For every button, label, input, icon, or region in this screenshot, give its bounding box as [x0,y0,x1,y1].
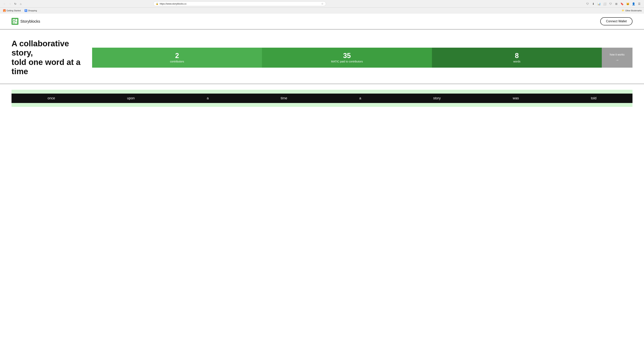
svg-rect-3 [13,22,14,24]
story-word: a [203,96,212,100]
hero-section: A collaborative story, told one word at … [0,29,644,84]
story-word: upon [123,96,138,100]
nav-buttons: ← → ↻ ⌂ [2,2,23,6]
site-logo: Storyblocks [12,18,40,25]
address-bar[interactable]: 🔒 https://www.storyblocks.cc ☆ [153,1,326,6]
security-lock-icon: 🔒 [156,3,158,5]
website-content: Storyblocks Connect Wallet A collaborati… [0,14,644,352]
arrow-right-icon: → [615,58,619,62]
story-section: onceuponatimeastorywastold [0,84,644,113]
shield-icon[interactable]: 🛡 [585,2,590,6]
bookmark-getting-started[interactable]: 🔥 Getting Started [2,9,22,12]
connect-wallet-button[interactable]: Connect Wallet [600,17,632,25]
story-word: a [356,96,365,100]
protection-icon[interactable]: 🛡 [608,2,613,6]
browser-chrome: ← → ↻ ⌂ 🔒 https://www.storyblocks.cc ☆ 🛡… [0,0,644,8]
bookmarks-bar: 🔥 Getting Started G Shopping 📁 Other Boo… [0,8,644,14]
shopping-favicon: G [24,9,27,12]
stat-words: 8 words [432,48,602,68]
other-bookmarks-label: Other Bookmarks [625,10,642,12]
grid-icon[interactable]: ⊞ [614,2,619,6]
account-icon[interactable]: 👤 [631,2,636,6]
download-icon[interactable]: ⬇ [591,2,596,6]
stat-matic: 35 MATIC paid to contributors [262,48,432,68]
browser-toolbar-right: 🛡 ⬇ 📊 ⬜ 🛡 ⊞ 🔖 🐱 👤 ☰ [585,2,642,6]
getting-started-label: Getting Started [6,10,21,12]
matic-label: MATIC paid to contributors [331,60,363,63]
home-button[interactable]: ⌂ [18,2,23,6]
reload-button[interactable]: ↻ [13,2,18,6]
hero-text: A collaborative story, told one word at … [12,39,84,76]
bookmark-star-icon: ☆ [321,2,324,5]
stat-contributors: 2 contributors [92,48,262,68]
url-text: https://www.storyblocks.cc [160,3,320,5]
menu-icon[interactable]: ☰ [637,2,642,6]
logo-name: Storyblocks [20,19,40,24]
words-number: 8 [515,52,519,59]
words-label: words [513,60,520,63]
stats-row: 2 contributors 35 MATIC paid to contribu… [92,48,632,68]
other-bookmarks[interactable]: 📁 Other Bookmarks [622,9,642,12]
story-container: onceuponatimeastorywastold [12,90,632,107]
story-word: story [430,96,444,100]
contributors-label: contributors [170,60,184,63]
story-word: was [509,96,523,100]
screenshot-icon[interactable]: ⬜ [602,2,607,6]
story-word: told [587,96,600,100]
folder-icon: 📁 [622,9,624,12]
shopping-label: Shopping [28,10,37,12]
contributors-number: 2 [175,52,179,59]
bookmark-shopping[interactable]: G Shopping [24,9,38,12]
story-words-bar: onceuponatimeastorywastold [12,94,632,103]
how-it-works-label: how it works [610,53,624,56]
svg-rect-5 [16,19,17,22]
matic-number: 35 [343,52,351,59]
svg-rect-4 [14,22,17,24]
story-word: once [44,96,59,100]
site-header: Storyblocks Connect Wallet [0,14,644,29]
story-word: time [277,96,291,100]
history-icon[interactable]: 📊 [597,2,602,6]
back-button[interactable]: ← [2,2,7,6]
logo-icon [12,18,18,25]
how-it-works-card[interactable]: how it works → [602,48,632,68]
hero-title: A collaborative story, told one word at … [12,39,84,76]
getting-started-favicon: 🔥 [3,9,6,12]
bookmark-icon[interactable]: 🔖 [620,2,624,6]
forward-button[interactable]: → [8,2,12,6]
svg-rect-2 [14,20,14,21]
cat-icon[interactable]: 🐱 [626,2,630,6]
